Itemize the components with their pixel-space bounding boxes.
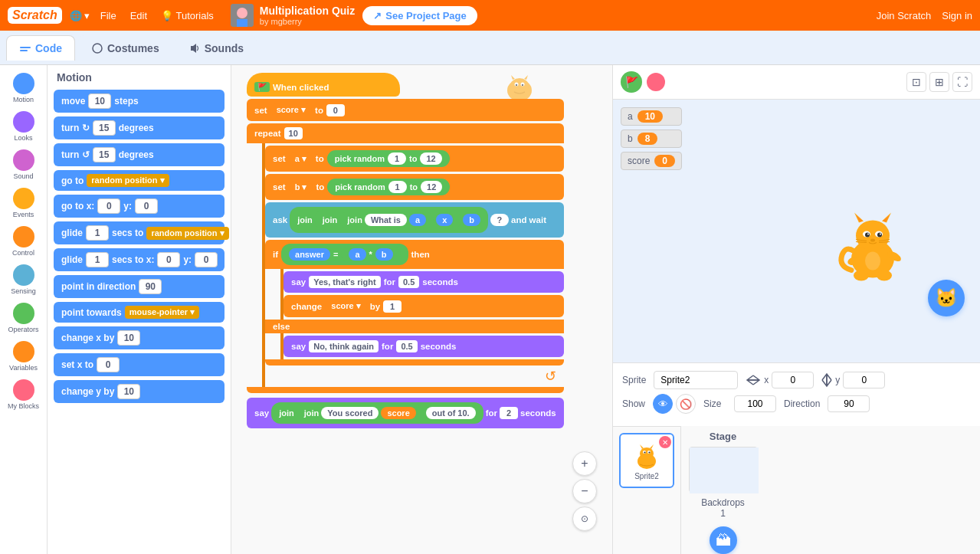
sprite-thumbnail-sprite2[interactable]: ✕ Sprite2	[619, 433, 674, 488]
category-motion[interactable]: Motion	[2, 70, 46, 107]
category-sound[interactable]: Sound	[2, 146, 46, 183]
size-input[interactable]	[734, 395, 776, 412]
script-area[interactable]: 🚩 When clicked set score ▾ to 0 repeat 1…	[231, 65, 612, 554]
what-is-input[interactable]: What is	[365, 214, 407, 226]
pr-a-from[interactable]: 1	[388, 152, 406, 165]
score-change-dropdown[interactable]: score ▾	[325, 300, 366, 313]
zoom-in-button[interactable]: +	[572, 451, 597, 476]
tutorials-link[interactable]: 💡 Tutorials	[158, 10, 217, 21]
pr-b-to[interactable]: 12	[421, 181, 442, 193]
change-y-input[interactable]: 10	[117, 384, 140, 399]
category-events[interactable]: Events	[2, 185, 46, 221]
category-looks[interactable]: Looks	[2, 108, 46, 145]
block-point-dir[interactable]: point in direction 90	[54, 275, 225, 298]
block-change-x[interactable]: change x by 10	[54, 326, 225, 349]
block-set-x[interactable]: set x to 0	[54, 353, 225, 376]
glide-dropdown[interactable]: random position ▾	[146, 227, 228, 240]
tab-sounds[interactable]: Sounds	[175, 35, 257, 61]
goto-x-input[interactable]: 0	[97, 198, 120, 214]
tab-code[interactable]: Code	[6, 35, 75, 61]
block-say-yes[interactable]: say Yes, that's right for 0.5 seconds	[284, 271, 564, 293]
block-move[interactable]: move 10 steps	[54, 90, 225, 113]
category-control[interactable]: Control	[2, 223, 46, 260]
b-dropdown[interactable]: b ▾	[289, 181, 313, 194]
block-glide-to[interactable]: glide 1 secs to random position ▾	[54, 221, 225, 244]
out-of-input[interactable]: out of 10.	[426, 407, 476, 419]
green-flag-button[interactable]: 🚩	[621, 71, 642, 93]
layout-large-button[interactable]: ⊞	[929, 72, 949, 92]
towards-dropdown[interactable]: mouse-pointer ▾	[125, 306, 199, 319]
block-turn-cw[interactable]: turn ↻ 15 degrees	[54, 116, 225, 139]
show-visible-button[interactable]: 👁	[653, 394, 673, 414]
repeat-top[interactable]: repeat 10	[247, 123, 564, 143]
block-ask[interactable]: ask join join join What is a	[265, 202, 564, 238]
y-input[interactable]	[843, 372, 885, 388]
repeat-value[interactable]: 10	[284, 127, 303, 139]
add-backdrop-button[interactable]: 🏔	[710, 526, 737, 554]
pick-random-b[interactable]: pick random 1 to 12	[327, 179, 450, 195]
if-top[interactable]: if answer = a * b	[265, 240, 564, 269]
direction-input[interactable]	[828, 395, 870, 412]
tab-costumes[interactable]: Costumes	[78, 35, 172, 61]
change-x-input[interactable]: 10	[117, 330, 140, 346]
block-change-score[interactable]: change score ▾ by 1	[284, 295, 564, 317]
you-scored-input[interactable]: You scored	[321, 407, 379, 419]
fullscreen-button[interactable]: ⛶	[952, 72, 972, 92]
block-turn-ccw[interactable]: turn ↺ 15 degrees	[54, 143, 225, 166]
block-goto[interactable]: go to random position ▾	[54, 170, 225, 191]
category-sensing[interactable]: Sensing	[2, 261, 46, 298]
change-by-input[interactable]: 1	[383, 300, 402, 313]
pr-b-from[interactable]: 1	[388, 181, 407, 193]
block-set-a[interactable]: set a ▾ to pick random 1 to 12	[265, 146, 564, 172]
end-secs-input[interactable]: 2	[500, 407, 518, 419]
add-sprite-button[interactable]: 🐱	[928, 280, 965, 316]
stop-button[interactable]	[647, 73, 665, 91]
move-steps-input[interactable]: 10	[88, 93, 111, 109]
score-init-value[interactable]: 0	[326, 104, 345, 116]
category-myblocks[interactable]: My Blocks	[2, 376, 46, 413]
block-say-no[interactable]: say No, think again for 0.5 seconds	[284, 336, 564, 357]
pr-a-to[interactable]: 12	[420, 152, 441, 165]
block-set-b[interactable]: set b ▾ to pick random 1 to 12	[265, 174, 564, 200]
goto-dropdown[interactable]: random position ▾	[87, 174, 169, 187]
no-text-input[interactable]: No, think again	[309, 340, 379, 352]
sprite-name-input[interactable]	[654, 371, 738, 389]
scratch-logo[interactable]: Scratch	[8, 7, 62, 24]
glide-secs-input[interactable]: 1	[86, 225, 109, 241]
block-say-end[interactable]: say join join You scored score out of 10…	[247, 398, 564, 428]
sprite-delete-button[interactable]: ✕	[659, 436, 671, 448]
zoom-out-button[interactable]: −	[572, 479, 597, 503]
layout-small-button[interactable]: ⊡	[906, 72, 926, 92]
block-set-score[interactable]: set score ▾ to 0	[247, 99, 564, 121]
turn-ccw-input[interactable]: 15	[93, 147, 116, 162]
yes-secs-input[interactable]: 0.5	[398, 276, 419, 288]
join-scratch-link[interactable]: Join Scratch	[877, 10, 932, 21]
question-mark[interactable]: ?	[490, 214, 509, 226]
pick-random-a[interactable]: pick random 1 to 12	[327, 150, 450, 167]
sign-in-link[interactable]: Sign in	[942, 10, 972, 21]
x-input[interactable]	[772, 372, 814, 388]
category-variables[interactable]: Variables	[2, 338, 46, 375]
block-change-y[interactable]: change y by 10	[54, 380, 225, 403]
block-when-clicked[interactable]: 🚩 When clicked	[247, 73, 400, 97]
edit-menu[interactable]: Edit	[127, 10, 150, 21]
file-menu[interactable]: File	[97, 10, 120, 21]
show-hidden-button[interactable]: 🚫	[676, 394, 696, 414]
see-project-button[interactable]: ↗ See Project Page	[362, 6, 477, 25]
no-secs-input[interactable]: 0.5	[396, 340, 417, 352]
score-dropdown[interactable]: score ▾	[270, 103, 312, 116]
direction-input[interactable]: 90	[139, 279, 162, 294]
language-selector[interactable]: 🌐 ▾	[70, 10, 90, 21]
turn-cw-input[interactable]: 15	[93, 120, 116, 136]
set-x-input[interactable]: 0	[97, 357, 120, 372]
glide-secs2-input[interactable]: 1	[86, 252, 109, 267]
a-dropdown[interactable]: a ▾	[289, 152, 313, 166]
glide-y-input[interactable]: 0	[195, 252, 218, 267]
yes-text-input[interactable]: Yes, that's right	[309, 276, 380, 288]
goto-y-input[interactable]: 0	[135, 198, 158, 214]
block-glide-xy[interactable]: glide 1 secs to x: 0 y: 0	[54, 248, 225, 271]
glide-x-input[interactable]: 0	[157, 252, 180, 267]
block-goto-xy[interactable]: go to x: 0 y: 0	[54, 195, 225, 218]
zoom-fit-button[interactable]: ⊙	[572, 506, 597, 531]
category-operators[interactable]: Operators	[2, 300, 46, 336]
